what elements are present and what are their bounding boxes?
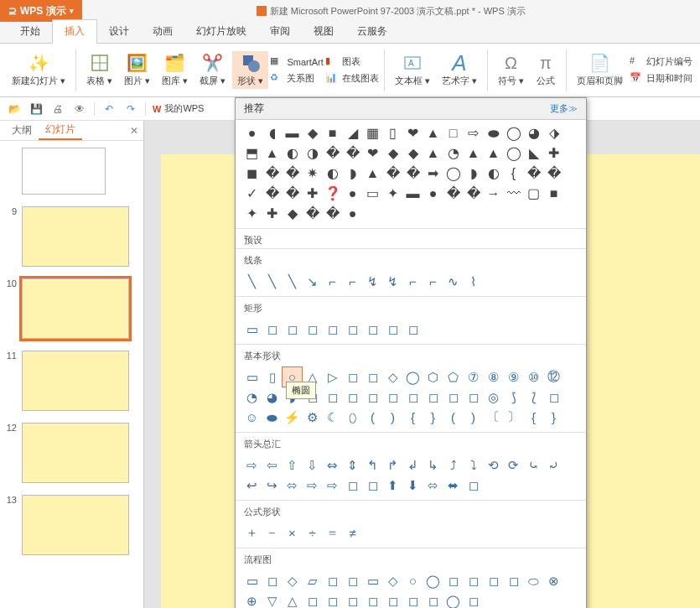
- shape-item[interactable]: ╲: [283, 272, 302, 291]
- mywps-link[interactable]: W我的WPS: [153, 102, 204, 115]
- shape-item[interactable]: ◢: [343, 123, 362, 143]
- shape-item[interactable]: ⬌: [443, 475, 463, 495]
- tab-insert[interactable]: 插入: [52, 19, 97, 44]
- header-footer-button[interactable]: 📄 页眉和页脚: [572, 51, 628, 89]
- shape-item[interactable]: ⇨: [323, 475, 342, 495]
- shape-item[interactable]: ❤: [403, 123, 423, 143]
- shape-item[interactable]: �: [544, 164, 563, 183]
- shape-item[interactable]: �: [524, 164, 543, 183]
- shape-item[interactable]: ✚: [303, 184, 322, 203]
- datetime-button[interactable]: 📅日期和时间: [630, 72, 692, 86]
- formula-button[interactable]: π 公式: [531, 51, 561, 89]
- shape-item[interactable]: ◻: [464, 571, 483, 590]
- shape-item[interactable]: 〔: [484, 408, 503, 427]
- undo-icon[interactable]: ↶: [101, 101, 117, 117]
- shape-item[interactable]: ⑨: [504, 367, 523, 387]
- wordart-button[interactable]: A 艺术字 ▾: [437, 51, 482, 89]
- tab-view[interactable]: 视图: [302, 20, 345, 43]
- symbol-button[interactable]: Ω 符号 ▾: [493, 51, 529, 89]
- shape-item[interactable]: �: [323, 143, 342, 163]
- slide-thumbnail[interactable]: [22, 495, 129, 555]
- shape-item[interactable]: ↩: [242, 475, 262, 495]
- shape-item[interactable]: ◯: [504, 123, 523, 143]
- shape-item[interactable]: ⊕: [242, 591, 262, 608]
- shape-item[interactable]: ▷: [323, 367, 342, 387]
- print-icon[interactable]: 🖨: [50, 101, 65, 117]
- shape-item[interactable]: ◻: [504, 571, 523, 590]
- shape-item[interactable]: ⤵: [464, 455, 483, 475]
- shape-item[interactable]: ◻: [262, 571, 282, 590]
- shape-item[interactable]: ◻: [443, 387, 463, 407]
- shape-item[interactable]: ◆: [283, 204, 302, 223]
- shape-item[interactable]: ◗: [464, 164, 483, 183]
- shape-item[interactable]: ◻: [464, 591, 483, 608]
- shape-item[interactable]: ▲: [363, 164, 382, 183]
- shape-item[interactable]: ⇔: [323, 455, 342, 475]
- shape-item[interactable]: ◻: [343, 475, 362, 495]
- shape-item[interactable]: ◻: [363, 591, 382, 608]
- shape-item[interactable]: ⑧: [484, 367, 503, 387]
- shape-item[interactable]: {: [524, 408, 543, 427]
- redo-icon[interactable]: ↷: [123, 101, 138, 117]
- shape-item[interactable]: (: [363, 408, 382, 427]
- shape-item[interactable]: ⬬: [262, 408, 282, 427]
- slides-tab[interactable]: 幻灯片: [39, 121, 82, 140]
- slide-thumbnail[interactable]: [22, 278, 129, 339]
- shape-item[interactable]: ◇: [383, 571, 402, 590]
- shape-item[interactable]: ⟲: [484, 455, 503, 475]
- shape-item[interactable]: ●: [343, 184, 362, 203]
- shape-item[interactable]: �: [303, 204, 322, 223]
- shape-item[interactable]: ☺: [242, 408, 262, 427]
- shape-item[interactable]: ▭: [242, 571, 262, 590]
- shape-item[interactable]: ◖: [262, 123, 282, 143]
- shape-item[interactable]: �: [383, 164, 402, 183]
- shape-item[interactable]: ◻: [484, 571, 503, 590]
- shape-item[interactable]: ▲: [423, 143, 443, 163]
- shape-item[interactable]: ◻: [343, 320, 362, 339]
- shape-item[interactable]: ■: [323, 123, 342, 143]
- screenshot-button[interactable]: ✂️ 截屏 ▾: [194, 51, 231, 89]
- shape-item[interactable]: ✚: [544, 143, 563, 163]
- shape-item[interactable]: ⬗: [544, 123, 563, 143]
- shape-item[interactable]: �: [283, 184, 302, 203]
- smartart-button[interactable]: ▦SmartArt: [270, 55, 323, 69]
- shape-item[interactable]: (: [443, 408, 463, 427]
- shape-item[interactable]: ↲: [403, 455, 423, 475]
- shape-item[interactable]: ⇕: [343, 455, 362, 475]
- shape-item[interactable]: ⬭: [524, 571, 543, 590]
- shape-item[interactable]: ⇨: [303, 475, 322, 495]
- shape-item[interactable]: ⬇: [403, 475, 423, 495]
- shape-item[interactable]: ↯: [363, 272, 382, 291]
- shape-item[interactable]: ⑦: [464, 367, 483, 387]
- shape-item[interactable]: ⤿: [524, 455, 543, 475]
- shape-item[interactable]: ⬄: [283, 475, 302, 495]
- shape-item[interactable]: ◯: [403, 367, 423, 387]
- shape-item[interactable]: ◻: [343, 591, 362, 608]
- shape-item[interactable]: ◻: [343, 367, 362, 387]
- shape-item[interactable]: ✦: [383, 184, 402, 203]
- shape-item[interactable]: ◔: [443, 143, 463, 163]
- shape-item[interactable]: ⬡: [423, 367, 443, 387]
- shape-item[interactable]: ◻: [363, 475, 382, 495]
- shape-item[interactable]: ▱: [303, 571, 322, 590]
- shape-item[interactable]: �: [262, 184, 282, 203]
- shape-item[interactable]: ⌐: [403, 272, 423, 291]
- shape-item[interactable]: ↳: [423, 455, 443, 475]
- shape-item[interactable]: {: [504, 164, 523, 183]
- shape-item[interactable]: □: [443, 123, 463, 143]
- shape-item[interactable]: ⌐: [323, 272, 342, 291]
- shape-item[interactable]: ↪: [262, 475, 282, 495]
- shape-item[interactable]: ◐: [283, 143, 302, 163]
- shape-item[interactable]: �: [464, 184, 483, 203]
- shape-item[interactable]: ◆: [303, 123, 322, 143]
- shape-item[interactable]: ❤: [363, 143, 382, 163]
- shape-item[interactable]: ↯: [383, 272, 402, 291]
- shape-item[interactable]: ⇦: [262, 455, 282, 475]
- shape-item[interactable]: ◻: [423, 387, 443, 407]
- shape-item[interactable]: ⟅: [524, 387, 543, 407]
- shape-item[interactable]: ◆: [383, 143, 402, 163]
- shape-item[interactable]: ○: [403, 571, 423, 590]
- shape-item[interactable]: ◻: [363, 320, 382, 339]
- shape-item[interactable]: ◻: [403, 387, 423, 407]
- shape-item[interactable]: ◆: [403, 143, 423, 163]
